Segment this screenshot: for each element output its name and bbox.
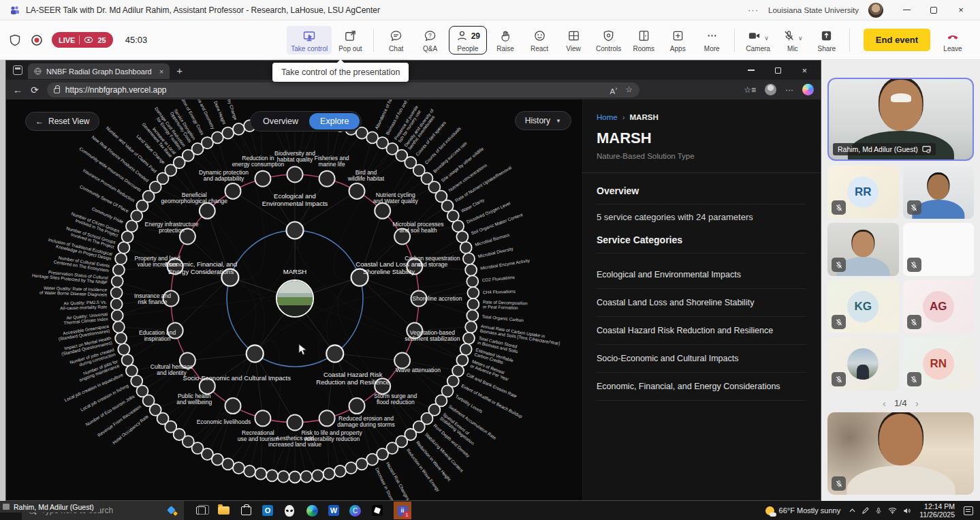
parameter-node[interactable] <box>287 415 303 431</box>
outer-node[interactable] <box>465 264 477 276</box>
category-node[interactable] <box>326 345 343 362</box>
participant-bottom-tile[interactable] <box>827 412 974 495</box>
parameter-node[interactable] <box>319 410 335 426</box>
outer-node[interactable] <box>122 231 133 243</box>
browser-close-icon[interactable]: × <box>802 65 807 76</box>
toolbar-apps-button[interactable]: Apps <box>662 26 693 55</box>
toolbar-camera-button[interactable]: ∨Camera <box>742 26 774 55</box>
toolbar-more-button[interactable]: More <box>696 26 727 55</box>
category-node[interactable] <box>287 222 304 239</box>
outlook-icon[interactable]: O <box>262 505 273 516</box>
outer-node[interactable] <box>463 253 475 264</box>
parameter-node[interactable] <box>255 410 270 426</box>
end-event-button[interactable]: End event <box>864 29 930 51</box>
outer-node[interactable] <box>255 468 266 480</box>
outer-node[interactable] <box>334 465 346 477</box>
outer-node[interactable] <box>111 287 123 299</box>
toolbar-react-button[interactable]: React <box>524 26 555 55</box>
tab-close-icon[interactable]: × <box>159 67 163 76</box>
browser-tab[interactable]: NNBF Radial Graph Dashboard × <box>28 63 170 79</box>
pager-prev-icon[interactable]: ‹ <box>883 397 886 409</box>
toolbar-view-button[interactable]: View <box>558 26 589 55</box>
favorite-star-icon[interactable]: ☆ <box>625 85 632 94</box>
parameter-node[interactable] <box>287 167 303 183</box>
word-icon[interactable]: W <box>328 505 339 516</box>
leave-button[interactable]: Leave <box>937 26 968 55</box>
category-node[interactable] <box>247 345 264 362</box>
toolbar-controls-button[interactable]: Controls <box>592 26 625 55</box>
service-category-item[interactable]: Coastal Land Loss and Shoreline Stabilit… <box>597 289 806 317</box>
pager-next-icon[interactable]: › <box>915 397 919 409</box>
toolbar-raise-button[interactable]: Raise <box>490 26 521 55</box>
favorites-icon[interactable]: ☆≡ <box>744 85 756 95</box>
active-speaker-tile[interactable]: Rahim, Md Adilur (Guest) <box>827 78 974 161</box>
parameter-node[interactable] <box>319 171 335 187</box>
outer-node[interactable] <box>233 123 244 135</box>
alienware-icon[interactable] <box>283 504 296 517</box>
breadcrumb-home-link[interactable]: Home <box>597 113 618 121</box>
outer-node[interactable] <box>112 310 123 322</box>
back-icon[interactable]: ← <box>13 85 22 95</box>
outer-node[interactable] <box>345 462 357 474</box>
browser-restore-icon[interactable] <box>775 67 781 74</box>
outer-node[interactable] <box>467 310 478 322</box>
toolbar-share-button[interactable]: Share <box>811 26 842 55</box>
outer-node[interactable] <box>118 343 129 355</box>
history-button[interactable]: History▼ <box>515 111 571 130</box>
toolbar-take-control-button[interactable]: Take control <box>287 26 332 55</box>
outer-node[interactable] <box>456 231 468 243</box>
participant-tile[interactable]: AG <box>903 280 975 333</box>
participant-tile[interactable] <box>827 337 899 391</box>
participant-tile[interactable] <box>903 166 975 219</box>
url-bar[interactable]: https://nnbfgraph.vercel.app A› ☆ <box>47 82 639 97</box>
parameter-node[interactable] <box>349 398 365 414</box>
browser-minimize-icon[interactable] <box>748 70 755 70</box>
participant-tile[interactable] <box>903 223 975 276</box>
outer-node[interactable] <box>465 321 477 333</box>
reset-view-button[interactable]: ←Reset View <box>25 112 99 131</box>
edge-icon[interactable] <box>306 504 318 517</box>
outer-node[interactable] <box>312 470 323 481</box>
participant-tile[interactable] <box>827 223 899 276</box>
toolbar-qa-button[interactable]: ?Q&A <box>415 26 446 55</box>
toolbar-mic-button[interactable]: ∨Mic <box>777 26 808 55</box>
chevron-down-icon[interactable]: ∨ <box>798 35 803 42</box>
participant-tile[interactable]: KG <box>827 280 899 333</box>
toolbar-pop-out-button[interactable]: Pop out <box>334 26 366 55</box>
outer-node[interactable] <box>467 299 479 310</box>
file-explorer-icon[interactable] <box>217 504 230 517</box>
parameter-node[interactable] <box>255 171 270 187</box>
browser-menu-icon[interactable]: ··· <box>785 85 793 95</box>
outer-node[interactable] <box>111 299 123 310</box>
outer-node[interactable] <box>460 343 472 355</box>
read-aloud-icon[interactable]: A› <box>610 85 618 95</box>
outer-node[interactable] <box>233 462 244 474</box>
outer-node[interactable] <box>113 264 125 276</box>
tab-actions-icon[interactable] <box>13 65 22 75</box>
parameter-node[interactable] <box>225 183 241 199</box>
parameter-node[interactable] <box>225 398 241 414</box>
outer-node[interactable] <box>115 333 127 344</box>
outer-node[interactable] <box>112 275 123 287</box>
outer-node[interactable] <box>289 472 301 483</box>
outer-node[interactable] <box>456 354 468 366</box>
microsoft-store-icon[interactable] <box>240 504 252 517</box>
dark-app-icon[interactable] <box>371 504 383 517</box>
task-view-icon[interactable] <box>195 504 207 517</box>
outer-node[interactable] <box>460 242 472 254</box>
teams-taskbar-icon[interactable]: ii1 <box>394 502 411 519</box>
outer-node[interactable] <box>222 127 234 139</box>
canva-icon[interactable]: C <box>349 505 361 517</box>
outer-node[interactable] <box>244 465 255 477</box>
participant-tile[interactable]: RN <box>903 337 975 391</box>
toolbar-chat-button[interactable]: Chat <box>381 26 412 55</box>
outer-node[interactable] <box>122 354 133 366</box>
outer-node[interactable] <box>452 220 464 232</box>
copilot-icon[interactable] <box>802 84 814 95</box>
notification-center-icon[interactable] <box>964 506 973 515</box>
weather-widget[interactable]: 66°F Mostly sunny <box>765 506 841 515</box>
outer-node[interactable] <box>300 471 312 483</box>
parameter-node[interactable] <box>375 203 390 219</box>
radial-graph[interactable]: Abundance of fish and shellfishBiomass o… <box>6 100 581 500</box>
outer-node[interactable] <box>113 321 125 333</box>
